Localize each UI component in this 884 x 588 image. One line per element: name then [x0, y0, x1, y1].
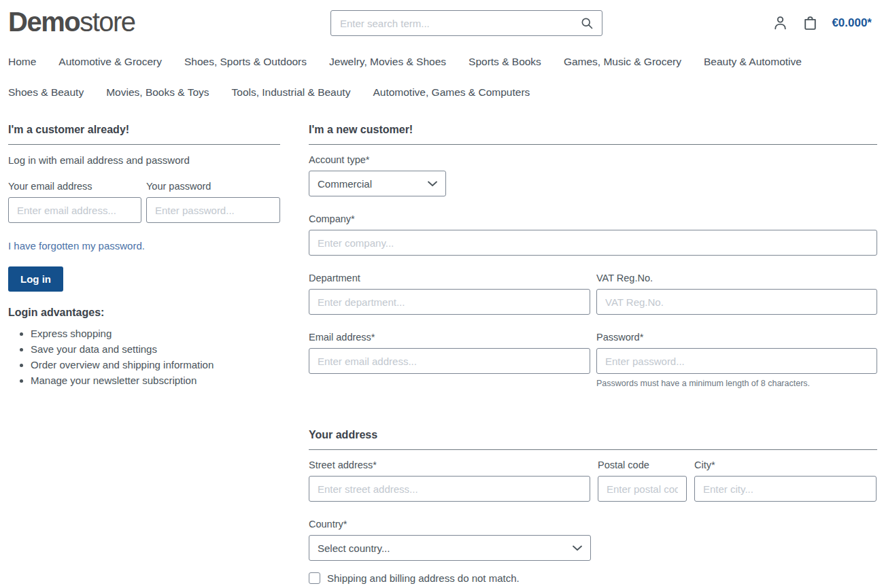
vat-input[interactable]	[596, 289, 877, 315]
advantage-item: Manage your newsletter subscription	[31, 375, 280, 386]
search-input[interactable]	[330, 10, 602, 36]
register-panel: I'm a new customer! Account type* Commer…	[309, 124, 877, 584]
login-fields: Your email address Your password	[8, 181, 280, 223]
advantage-item: Save your data and settings	[31, 343, 280, 355]
logo-text-light: store	[80, 7, 135, 37]
main-navigation: Home Automotive & Grocery Shoes, Sports …	[0, 56, 884, 99]
login-panel: I'm a customer already! Log in with emai…	[8, 124, 280, 584]
shipping-billing-checkbox[interactable]	[309, 572, 320, 584]
account-type-label: Account type*	[309, 154, 877, 165]
street-postal-city-row: Street address* Postal code City*	[309, 460, 877, 502]
nav-item-games-music-grocery[interactable]: Games, Music & Grocery	[564, 56, 681, 68]
store-logo[interactable]: Demostore	[8, 5, 135, 38]
city-input[interactable]	[694, 476, 877, 502]
department-vat-row: Department VAT Reg.No.	[309, 273, 877, 315]
account-type-select-wrap: Commercial	[309, 171, 446, 196]
login-password-group: Your password	[146, 181, 280, 223]
login-password-label: Your password	[146, 181, 280, 192]
department-group: Department	[309, 273, 590, 315]
register-email-group: Email address*	[309, 332, 590, 388]
login-advantages-title: Login advantages:	[8, 307, 280, 319]
nav-item-movies-books-toys[interactable]: Movies, Books & Toys	[106, 86, 209, 99]
header: Demostore €0.000*	[0, 0, 884, 45]
nav-item-beauty-automotive[interactable]: Beauty & Automotive	[704, 56, 802, 68]
postal-group: Postal code	[598, 460, 687, 502]
nav-item-automotive-games-computers[interactable]: Automotive, Games & Computers	[373, 86, 530, 99]
login-button[interactable]: Log in	[8, 266, 63, 292]
country-select[interactable]: Select country...	[309, 535, 591, 561]
address-section: Your address Street address* Postal code…	[309, 429, 877, 584]
department-label: Department	[309, 273, 590, 283]
nav-item-jewelry-movies-shoes[interactable]: Jewelry, Movies & Shoes	[329, 56, 446, 68]
register-password-label: Password*	[596, 332, 877, 343]
postal-input[interactable]	[598, 476, 687, 502]
street-input[interactable]	[309, 476, 590, 502]
password-hint: Passwords must have a minimum length of …	[596, 379, 877, 388]
street-label: Street address*	[309, 460, 590, 470]
register-password-input[interactable]	[596, 348, 877, 374]
nav-item-sports-books[interactable]: Sports & Books	[469, 56, 541, 68]
cart-bag-icon[interactable]	[802, 14, 819, 31]
login-email-group: Your email address	[8, 181, 141, 223]
city-group: City*	[694, 460, 877, 502]
shipping-billing-label[interactable]: Shipping and billing address do not matc…	[327, 572, 520, 584]
nav-row-1: Home Automotive & Grocery Shoes, Sports …	[8, 56, 876, 68]
postal-label: Postal code	[598, 460, 687, 470]
email-password-row: Email address* Password* Passwords must …	[309, 332, 877, 388]
address-title: Your address	[309, 429, 877, 450]
shipping-billing-row: Shipping and billing address do not matc…	[309, 572, 877, 584]
city-label: City*	[694, 460, 877, 470]
country-select-wrap: Select country...	[309, 535, 591, 561]
forgot-password-link[interactable]: I have forgotten my password.	[8, 240, 145, 252]
register-password-group: Password* Passwords must have a minimum …	[596, 332, 877, 388]
search-bar	[330, 10, 602, 36]
company-label: Company*	[309, 213, 877, 224]
header-actions: €0.000*	[772, 14, 872, 31]
vat-group: VAT Reg.No.	[596, 273, 877, 315]
account-type-select[interactable]: Commercial	[309, 171, 446, 196]
search-icon[interactable]	[580, 16, 594, 30]
login-advantages-list: Express shopping Save your data and sett…	[8, 328, 280, 386]
login-subtitle: Log in with email address and password	[8, 154, 280, 166]
login-email-label: Your email address	[8, 181, 141, 192]
login-email-input[interactable]	[8, 197, 141, 223]
nav-item-tools-industrial-beauty[interactable]: Tools, Industrial & Beauty	[232, 86, 351, 99]
country-group: Country* Select country...	[309, 519, 877, 561]
advantage-item: Express shopping	[31, 328, 280, 339]
register-title: I'm a new customer!	[309, 124, 877, 145]
account-icon[interactable]	[772, 14, 789, 31]
street-group: Street address*	[309, 460, 590, 502]
login-title: I'm a customer already!	[8, 124, 280, 145]
login-password-input[interactable]	[146, 197, 280, 223]
company-input[interactable]	[309, 230, 877, 256]
advantage-item: Order overview and shipping information	[31, 359, 280, 370]
country-label: Country*	[309, 519, 877, 530]
cart-total[interactable]: €0.000*	[832, 16, 872, 30]
nav-row-2: Shoes & Beauty Movies, Books & Toys Tool…	[8, 86, 876, 99]
nav-item-automotive-grocery[interactable]: Automotive & Grocery	[58, 56, 162, 68]
department-input[interactable]	[309, 289, 590, 315]
nav-item-shoes-beauty[interactable]: Shoes & Beauty	[8, 86, 84, 99]
register-email-input[interactable]	[309, 348, 590, 374]
main-content: I'm a customer already! Log in with emai…	[0, 124, 884, 584]
company-group: Company*	[309, 213, 877, 256]
vat-label: VAT Reg.No.	[596, 273, 877, 283]
nav-item-home[interactable]: Home	[8, 56, 36, 68]
logo-text-bold: Demo	[8, 7, 80, 37]
register-email-label: Email address*	[309, 332, 590, 343]
nav-item-shoes-sports-outdoors[interactable]: Shoes, Sports & Outdoors	[184, 56, 307, 68]
